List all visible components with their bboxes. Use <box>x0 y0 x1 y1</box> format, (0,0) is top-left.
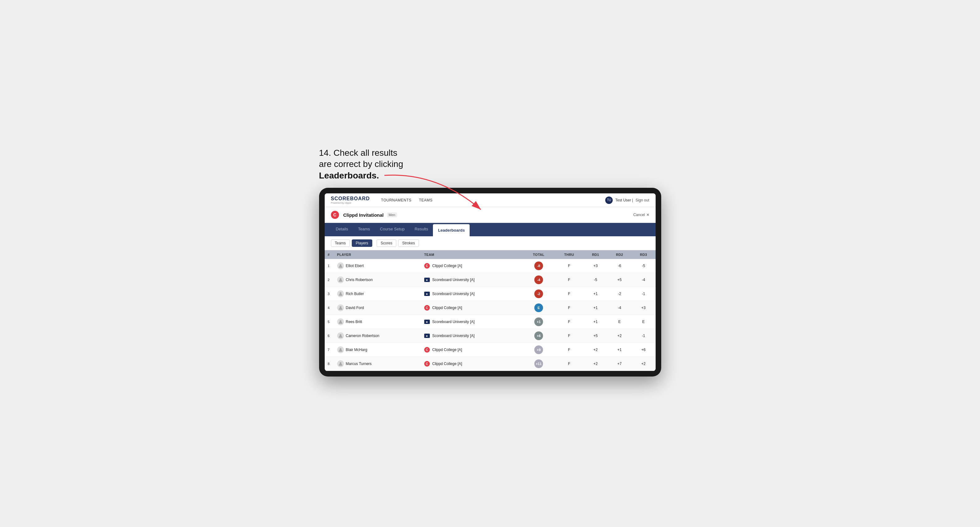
tournament-logo: C <box>331 211 339 219</box>
player-avatar <box>337 332 344 339</box>
cell-player: David Ford <box>334 301 421 315</box>
col-rank: # <box>325 250 334 259</box>
tablet-frame: SCOREBOARD Powered by clippd TOURNAMENTS… <box>319 188 661 376</box>
tournament-header: C Clippd Invitational Men Cancel ✕ <box>325 207 655 223</box>
player-avatar <box>337 360 344 367</box>
cell-team: ■ Scoreboard University [A] <box>421 329 523 343</box>
filter-teams[interactable]: Teams <box>331 240 350 247</box>
player-avatar <box>337 346 344 353</box>
cell-thru: F <box>555 315 584 329</box>
cell-rd2: +2 <box>608 329 632 343</box>
table-row: 2 Chris Robertson ■ Scoreboard Universit… <box>325 273 655 287</box>
tab-details[interactable]: Details <box>331 223 353 236</box>
cell-thru: F <box>555 301 584 315</box>
cell-thru: F <box>555 343 584 357</box>
cell-rd3: +3 <box>632 301 655 315</box>
cell-rd1: +1 <box>584 287 608 301</box>
player-avatar <box>337 290 344 297</box>
cell-rd1: -5 <box>584 273 608 287</box>
outer-container: 14. Check all results are correct by cli… <box>319 151 661 376</box>
cell-player: Elliot Ebert <box>334 259 421 273</box>
cell-player: Rees Britt <box>334 315 421 329</box>
cell-team: ■ Scoreboard University [A] <box>421 287 523 301</box>
app-navbar: SCOREBOARD Powered by clippd TOURNAMENTS… <box>325 194 655 207</box>
cell-rd3: -5 <box>632 259 655 273</box>
cell-team: ■ Scoreboard University [A] <box>421 315 523 329</box>
tab-leaderboards[interactable]: Leaderboards <box>433 224 469 236</box>
cell-rd1: +2 <box>584 357 608 371</box>
sign-out-link[interactable]: Sign out <box>635 198 649 202</box>
filter-scores[interactable]: Scores <box>377 240 396 247</box>
leaderboard-table: # PLAYER TEAM TOTAL THRU RD1 RD2 RD3 1 <box>325 250 655 371</box>
logo-area: SCOREBOARD Powered by clippd <box>331 196 370 204</box>
cell-rank: 3 <box>325 287 334 301</box>
cell-team: C Clippd College [A] <box>421 301 523 315</box>
nav-teams[interactable]: TEAMS <box>419 197 433 204</box>
cell-player: Rich Butler <box>334 287 421 301</box>
logo-text: SCOREBOARD <box>331 196 370 202</box>
cell-rank: 6 <box>325 329 334 343</box>
col-rd1: RD1 <box>584 250 608 259</box>
cell-rd1: +1 <box>584 315 608 329</box>
tab-results[interactable]: Results <box>410 223 433 236</box>
cell-rd2: +1 <box>608 343 632 357</box>
cell-thru: F <box>555 287 584 301</box>
filter-players[interactable]: Players <box>352 240 372 247</box>
player-avatar <box>337 262 344 269</box>
cell-rd1: +3 <box>584 259 608 273</box>
cell-rd1: +5 <box>584 329 608 343</box>
cell-player: Marcus Turners <box>334 357 421 371</box>
player-avatar <box>337 276 344 283</box>
col-team: TEAM <box>421 250 523 259</box>
table-row: 5 Rees Britt ■ Scoreboard University [A]… <box>325 315 655 329</box>
cell-player: Blair McHarg <box>334 343 421 357</box>
nav-user: TU Test User | Sign out <box>605 197 649 204</box>
cell-rd3: +6 <box>632 343 655 357</box>
cell-total: E <box>523 301 555 315</box>
cell-rd2: E <box>608 315 632 329</box>
col-thru: THRU <box>555 250 584 259</box>
player-avatar <box>337 305 344 311</box>
cell-total: +6 <box>523 329 555 343</box>
cell-rd2: +7 <box>608 357 632 371</box>
cell-rd3: +2 <box>632 357 655 371</box>
cell-rd3: -1 <box>632 329 655 343</box>
logo-sub: Powered by clippd <box>331 202 370 204</box>
col-rd2: RD2 <box>608 250 632 259</box>
nav-tournaments[interactable]: TOURNAMENTS <box>381 197 412 204</box>
cell-thru: F <box>555 259 584 273</box>
user-avatar: TU <box>605 197 613 204</box>
col-rd3: RD3 <box>632 250 655 259</box>
cell-rd2: -4 <box>608 301 632 315</box>
cancel-button[interactable]: Cancel ✕ <box>633 213 649 217</box>
cell-rank: 7 <box>325 343 334 357</box>
cell-thru: F <box>555 273 584 287</box>
cell-rank: 8 <box>325 357 334 371</box>
cell-rd2: +5 <box>608 273 632 287</box>
cell-rank: 4 <box>325 301 334 315</box>
cell-rank: 1 <box>325 259 334 273</box>
cell-rd3: -1 <box>632 287 655 301</box>
cell-rd3: E <box>632 315 655 329</box>
cell-rank: 2 <box>325 273 334 287</box>
cell-total: +9 <box>523 343 555 357</box>
tab-course-setup[interactable]: Course Setup <box>375 223 410 236</box>
col-total: TOTAL <box>523 250 555 259</box>
cell-player: Cameron Robertson <box>334 329 421 343</box>
cell-total: +11 <box>523 357 555 371</box>
close-icon: ✕ <box>646 213 649 217</box>
cell-rd2: -2 <box>608 287 632 301</box>
cell-total: -4 <box>523 273 555 287</box>
cell-rd3: -4 <box>632 273 655 287</box>
tab-teams[interactable]: Teams <box>353 223 375 236</box>
cell-team: C Clippd College [A] <box>421 259 523 273</box>
cell-thru: F <box>555 357 584 371</box>
filter-strokes[interactable]: Strokes <box>398 240 419 247</box>
table-row: 1 Elliot Ebert C Clippd College [A] -8 F… <box>325 259 655 273</box>
cell-total: +1 <box>523 315 555 329</box>
user-name: Test User | <box>615 198 633 202</box>
cell-rd1: +1 <box>584 301 608 315</box>
table-row: 8 Marcus Turners C Clippd College [A] +1… <box>325 357 655 371</box>
cell-rd2: -6 <box>608 259 632 273</box>
cell-rank: 5 <box>325 315 334 329</box>
